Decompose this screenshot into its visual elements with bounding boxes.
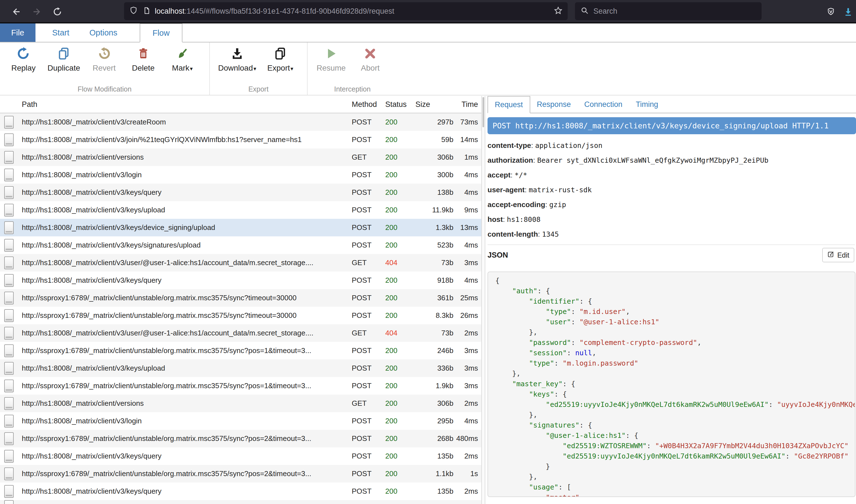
content-view-label: JSON (487, 251, 508, 259)
request-header-line[interactable]: content-length: 1345 (487, 227, 856, 242)
method-cell: POST (350, 452, 383, 461)
request-headers[interactable]: content-type: application/jsonauthorizat… (487, 138, 856, 242)
duplicate-button[interactable]: Duplicate (43, 44, 85, 75)
request-header-line[interactable]: authorization: Bearer syt_dXNlci0xLWFsaW… (487, 153, 856, 168)
table-row[interactable]: http://hs1:8008/_matrix/client/v3/loginP… (0, 412, 481, 430)
json-body-view[interactable]: { "auth": { "identifier": { "type": "m.i… (487, 272, 855, 497)
tab-file[interactable]: File (0, 23, 35, 42)
size-cell: 73b (409, 329, 453, 337)
path-cell: http://hs1:8008/_matrix/client/v3/keys/q… (18, 188, 350, 197)
column-header-size[interactable]: Size (409, 100, 453, 109)
path-cell: http://hs1:8008/_matrix/client/v3/keys/q… (18, 276, 350, 285)
flow-type-icon (0, 344, 18, 357)
column-header-status[interactable]: Status (383, 100, 409, 109)
tab-request[interactable]: Request (487, 96, 530, 113)
mark-button[interactable]: Mark▾ (163, 44, 202, 75)
flow-type-icon (0, 204, 18, 217)
path-cell: http://ssproxy1:6789/_matrix/client/unst… (18, 311, 350, 320)
size-cell: 1.1kb (409, 469, 453, 478)
table-row[interactable]: http://hs1:8008/_matrix/client/v3/keys/q… (0, 272, 481, 289)
table-row[interactable]: http://hs1:8008/_matrix/client/v3/user/@… (0, 324, 481, 342)
table-row[interactable]: http://hs1:8008/_matrix/client/v3/keys/u… (0, 359, 481, 377)
column-header-method[interactable]: Method (350, 100, 383, 109)
flow-type-icon (0, 397, 18, 410)
shield-icon[interactable] (129, 6, 138, 16)
section-divider (487, 245, 855, 245)
delete-button[interactable]: Delete (124, 44, 163, 75)
tab-flow[interactable]: Flow (140, 23, 183, 42)
table-row[interactable]: http://ssproxy1:6789/_matrix/client/unst… (0, 465, 481, 483)
bookmark-star-icon[interactable] (554, 6, 563, 16)
column-header-time[interactable]: Time (453, 100, 481, 109)
request-header-line[interactable]: host: hs1:8008 (487, 212, 856, 227)
table-row[interactable]: http://hs1:8008/_matrix/client/v3/keys/u… (0, 201, 481, 219)
table-row[interactable]: http://ssproxy1:6789/_matrix/client/unst… (0, 342, 481, 359)
scrollbar-thumb[interactable] (482, 97, 484, 127)
time-cell: 14ms (453, 136, 481, 144)
back-icon[interactable] (11, 6, 22, 17)
status-cell: 200 (383, 452, 409, 461)
request-first-line[interactable]: POST http://hs1:8008/_matrix/client/v3/k… (487, 117, 856, 134)
flow-type-icon (0, 256, 18, 269)
status-cell: 200 (383, 434, 409, 443)
revert-button[interactable]: Revert (85, 44, 124, 75)
request-header-line[interactable]: content-type: application/json (487, 138, 856, 153)
tab-options[interactable]: Options (79, 23, 127, 42)
column-header-path[interactable]: Path (18, 100, 350, 109)
export-copy-icon (274, 47, 287, 61)
edit-button[interactable]: Edit (822, 248, 854, 262)
method-cell: POST (350, 311, 383, 320)
tab-response[interactable]: Response (530, 96, 578, 113)
table-row[interactable]: http://hs1:8008/_matrix/client/versionsG… (0, 395, 481, 412)
url-text[interactable]: localhost:1445/#/flows/fba5f13d-91e1-437… (155, 7, 554, 16)
table-row[interactable] (0, 500, 481, 504)
tab-connection[interactable]: Connection (578, 96, 629, 113)
table-row[interactable]: http://hs1:8008/_matrix/client/v3/create… (0, 113, 481, 131)
resume-play-icon (324, 47, 338, 61)
replay-button[interactable]: Replay (4, 44, 43, 75)
table-row[interactable]: http://hs1:8008/_matrix/client/versionsG… (0, 148, 481, 166)
table-row[interactable]: http://hs1:8008/_matrix/client/v3/keys/q… (0, 184, 481, 201)
table-row[interactable]: http://ssproxy1:6789/_matrix/client/unst… (0, 307, 481, 324)
abort-button[interactable]: Abort (350, 44, 390, 75)
page-info-icon[interactable] (142, 6, 151, 16)
downloads-icon[interactable] (842, 6, 854, 17)
table-row[interactable]: http://hs1:8008/_matrix/client/v3/keys/q… (0, 483, 481, 500)
export-button[interactable]: Export▾ (261, 44, 300, 75)
extension-shield-icon[interactable] (825, 6, 837, 17)
table-row[interactable]: http://hs1:8008/_matrix/client/v3/user/@… (0, 254, 481, 272)
tab-timing[interactable]: Timing (629, 96, 665, 113)
table-row[interactable]: http://hs1:8008/_matrix/client/v3/loginP… (0, 166, 481, 184)
request-header-line[interactable]: user-agent: matrix-rust-sdk (487, 182, 856, 197)
duplicate-icon (57, 47, 70, 61)
size-cell: 297b (409, 118, 453, 126)
request-header-line[interactable]: accept: */* (487, 168, 856, 182)
forward-icon[interactable] (31, 6, 42, 17)
size-cell: 300b (409, 170, 453, 179)
resume-button[interactable]: Resume (311, 44, 350, 75)
tab-start[interactable]: Start (42, 23, 79, 42)
table-row[interactable]: http://ssproxy1:6789/_matrix/client/unst… (0, 377, 481, 395)
table-row[interactable]: http://hs1:8008/_matrix/client/v3/keys/q… (0, 447, 481, 465)
method-cell: GET (350, 153, 383, 162)
request-header-line[interactable]: accept-encoding: gzip (487, 197, 856, 212)
search-input[interactable]: Search (575, 2, 761, 20)
table-row[interactable]: http://hs1:8008/_matrix/client/v3/join/%… (0, 131, 481, 148)
reload-icon[interactable] (52, 6, 63, 17)
flow-table: Path Method Status Size Time http://hs1:… (0, 96, 481, 504)
table-row[interactable]: http://ssproxy1:6789/_matrix/client/unst… (0, 430, 481, 447)
path-cell: http://hs1:8008/_matrix/client/v3/keys/d… (18, 223, 350, 232)
flow-toolbar: Replay Duplicate Revert Delete Mark▾ Flo… (0, 42, 856, 95)
status-cell: 200 (383, 206, 409, 214)
status-cell: 200 (383, 170, 409, 179)
path-cell: http://hs1:8008/_matrix/client/v3/create… (18, 118, 350, 126)
status-cell: 200 (383, 188, 409, 197)
table-scrollbar[interactable] (481, 96, 485, 504)
table-row[interactable]: http://ssproxy1:6789/_matrix/client/unst… (0, 289, 481, 307)
table-row[interactable]: http://hs1:8008/_matrix/client/v3/keys/s… (0, 236, 481, 254)
time-cell: 25ms (453, 293, 481, 302)
pencil-icon (827, 251, 835, 259)
download-button[interactable]: Download▾ (214, 44, 261, 75)
table-row[interactable]: http://hs1:8008/_matrix/client/v3/keys/d… (0, 219, 481, 236)
url-bar[interactable]: localhost:1445/#/flows/fba5f13d-91e1-437… (124, 2, 568, 20)
